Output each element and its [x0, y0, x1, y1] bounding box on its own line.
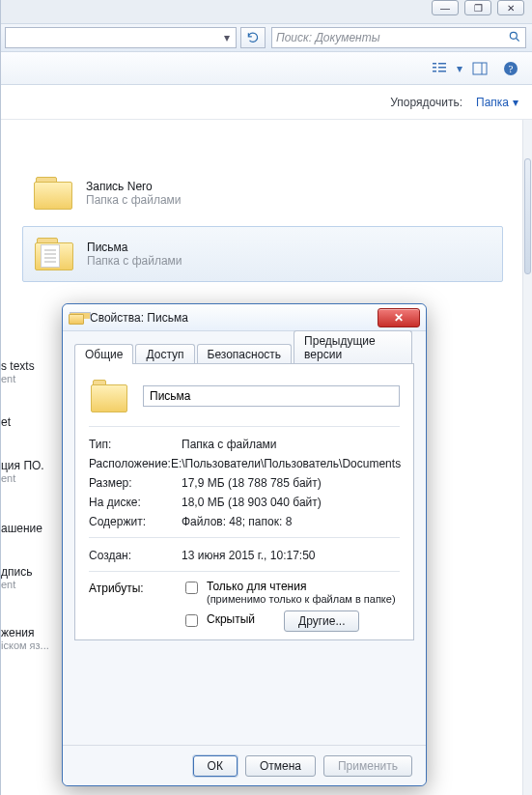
item-type: Папка с файлами	[86, 193, 182, 207]
sidebar-item-title: et	[1, 415, 11, 429]
tab-security[interactable]: Безопасность	[197, 344, 293, 364]
sidebar-item[interactable]: et	[1, 415, 11, 429]
sidebar-item[interactable]: ция ПО.ent	[1, 459, 44, 484]
command-bar: ▾ ?	[1, 52, 532, 85]
separator	[89, 537, 400, 538]
value-size: 17,9 МБ (18 788 785 байт)	[182, 476, 400, 490]
sidebar-item-sub: ent	[1, 579, 32, 590]
svg-rect-4	[433, 71, 436, 72]
item-name: Письма	[87, 241, 182, 254]
value-type: Папка с файлами	[182, 438, 400, 451]
explorer-window: — ❐ ✕ ▾ Поиск: Документы ▾ ? Упо	[0, 0, 532, 795]
item-name: Запись Nero	[86, 180, 182, 193]
organize-label: Упорядочить:	[390, 96, 462, 109]
search-input[interactable]: Поиск: Документы	[271, 27, 526, 48]
sidebar-item-title: жения	[1, 626, 49, 639]
dialog-title: Свойства: Письма	[90, 311, 188, 325]
tab-previous-versions[interactable]: Предыдущие версии	[294, 330, 412, 364]
folder-icon	[69, 311, 84, 325]
maximize-button[interactable]: ❐	[464, 0, 491, 15]
folder-name-input[interactable]	[143, 385, 400, 407]
separator	[89, 426, 400, 427]
svg-rect-5	[438, 63, 446, 65]
label-size-on-disk: На диске:	[89, 496, 182, 509]
sidebar-item[interactable]: дписьent	[1, 565, 32, 590]
label-created: Создан:	[89, 549, 182, 562]
svg-rect-8	[473, 63, 487, 74]
readonly-note: (применимо только к файлам в папке)	[207, 593, 396, 605]
value-size-on-disk: 18,0 МБ (18 903 040 байт)	[182, 496, 400, 509]
address-dropdown-icon[interactable]: ▾	[218, 28, 236, 47]
sidebar-item-title: s texts	[1, 359, 35, 373]
list-item[interactable]: Письма Папка с файлами	[22, 226, 503, 282]
folder-icon	[33, 235, 75, 273]
view-options-button[interactable]	[426, 57, 453, 80]
svg-rect-2	[433, 63, 436, 65]
readonly-checkbox[interactable]	[185, 582, 198, 594]
label-size: Размер:	[89, 476, 182, 490]
organize-bar: Упорядочить: Папка ▾	[1, 85, 532, 120]
svg-rect-3	[433, 67, 436, 69]
hidden-label: Скрытый	[207, 612, 255, 626]
preview-pane-button[interactable]	[466, 57, 493, 80]
svg-point-0	[510, 32, 517, 39]
search-icon	[508, 30, 521, 46]
chevron-down-icon: ▾	[513, 96, 518, 109]
sidebar-item-sub: іском яз...	[1, 639, 49, 651]
item-type: Папка с файлами	[87, 254, 182, 268]
sidebar-item[interactable]: s textsent	[1, 359, 35, 384]
organize-link-text: Папка	[476, 96, 509, 109]
svg-rect-6	[438, 67, 446, 69]
ok-button[interactable]: ОК	[193, 755, 238, 777]
dialog-footer: ОК Отмена Применить	[63, 745, 426, 785]
search-placeholder: Поиск: Документы	[276, 31, 380, 44]
help-button[interactable]: ?	[497, 57, 524, 80]
refresh-button[interactable]	[240, 27, 266, 48]
apply-button[interactable]: Применить	[323, 755, 412, 777]
minimize-button[interactable]: —	[432, 0, 459, 15]
label-contains: Содержит:	[89, 515, 182, 528]
folder-icon	[32, 174, 74, 213]
window-controls: — ❐ ✕	[432, 0, 532, 21]
properties-dialog: Свойства: Письма ✕ Общие Доступ Безопасн…	[62, 303, 427, 786]
sidebar-item-title: ция ПО.	[1, 459, 44, 472]
separator	[89, 571, 400, 572]
tab-general[interactable]: Общие	[74, 344, 133, 364]
readonly-label: Только для чтения	[207, 580, 396, 593]
tab-strip: Общие Доступ Безопасность Предыдущие вер…	[74, 341, 414, 364]
organize-folder-link[interactable]: Папка ▾	[476, 96, 518, 109]
address-box[interactable]: ▾	[5, 27, 237, 48]
cancel-button[interactable]: Отмена	[245, 755, 316, 777]
list-item[interactable]: Запись Nero Папка с файлами	[22, 166, 503, 220]
window-close-button[interactable]: ✕	[497, 0, 524, 15]
value-created: 13 июня 2015 г., 10:17:50	[182, 549, 400, 562]
label-location: Расположение:	[89, 457, 171, 470]
sidebar-item-sub: ent	[1, 373, 35, 384]
sidebar-item-title: ашение	[1, 522, 42, 535]
dropdown-caret-icon[interactable]: ▾	[457, 62, 462, 75]
dialog-close-button[interactable]: ✕	[378, 308, 420, 327]
sidebar-item-sub: ent	[1, 472, 44, 484]
tab-page-general: Тип:Папка с файлами Расположение:E:\Поль…	[74, 364, 414, 640]
label-attributes: Атрибуты:	[89, 580, 182, 632]
tab-sharing[interactable]: Доступ	[135, 344, 194, 364]
svg-rect-7	[438, 71, 446, 72]
hidden-checkbox[interactable]	[185, 614, 198, 627]
value-location: E:\Пользователи\Пользователь\Documents	[171, 457, 401, 470]
svg-line-1	[517, 38, 519, 41]
svg-text:?: ?	[509, 63, 514, 74]
other-attributes-button[interactable]: Другие...	[284, 610, 359, 632]
sidebar-item-title: дпись	[1, 565, 32, 579]
address-bar: ▾ Поиск: Документы	[1, 23, 532, 52]
dialog-titlebar[interactable]: Свойства: Письма ✕	[63, 304, 426, 331]
sidebar-item[interactable]: женияіском яз...	[1, 626, 49, 651]
value-contains: Файлов: 48; папок: 8	[182, 515, 400, 528]
folder-icon	[89, 378, 129, 414]
dialog-body: Общие Доступ Безопасность Предыдущие вер…	[63, 331, 426, 745]
sidebar-item[interactable]: ашение	[1, 522, 42, 535]
label-type: Тип:	[89, 438, 182, 451]
scrollbar-thumb[interactable]	[524, 158, 531, 274]
vertical-scrollbar[interactable]	[522, 120, 532, 795]
